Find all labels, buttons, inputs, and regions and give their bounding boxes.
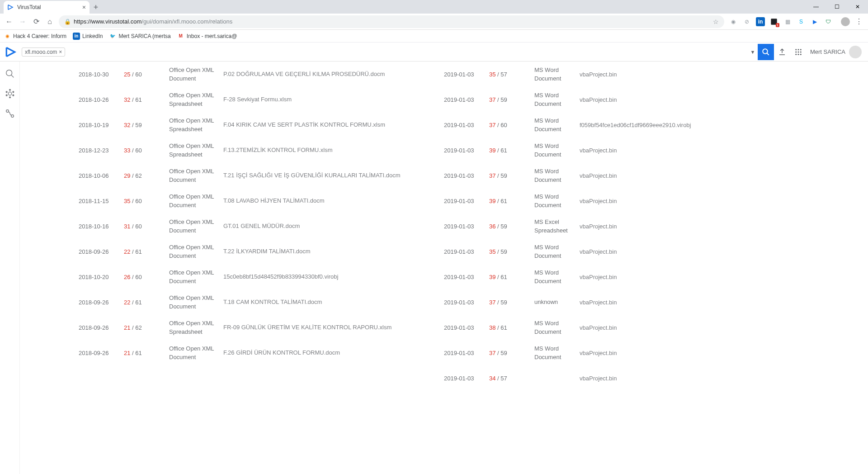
window-maximize-button[interactable]: ☐ bbox=[826, 0, 847, 14]
svg-point-12 bbox=[797, 53, 799, 55]
detections: 37 / 59 bbox=[489, 299, 534, 306]
file-name[interactable]: GT.01 GENEL MÜDÜR.docm bbox=[223, 222, 444, 231]
upload-button[interactable] bbox=[774, 44, 790, 60]
scan-date: 2018-09-26 bbox=[79, 324, 124, 331]
file-name[interactable]: F-28 Sevkiyat Formu.xlsm bbox=[223, 95, 444, 104]
scan-date: 2019-01-03 bbox=[444, 147, 489, 154]
file-type: Office Open XML Document bbox=[169, 218, 223, 235]
file-type: Office Open XML Document bbox=[169, 66, 223, 83]
window-controls: — ☐ ✕ bbox=[806, 0, 868, 14]
profile-avatar[interactable] bbox=[841, 17, 850, 26]
extension-icon[interactable]: ▦ bbox=[783, 17, 792, 26]
bookmark-item[interactable]: ◉ Hack 4 Career: Inform bbox=[4, 33, 66, 40]
file-type: Office Open XML Spreadsheet bbox=[169, 142, 223, 159]
window-minimize-button[interactable]: — bbox=[806, 0, 826, 14]
reload-button[interactable]: ⟳ bbox=[30, 15, 42, 28]
file-name[interactable]: vbaProject.bin bbox=[580, 375, 809, 382]
table-row: 2018-09-2621 / 62Office Open XML Spreads… bbox=[79, 315, 809, 340]
detections: 34 / 57 bbox=[489, 375, 534, 382]
file-name[interactable]: T.18 CAM KONTROL TALİMATI.docm bbox=[223, 298, 444, 307]
file-name[interactable]: vbaProject.bin bbox=[580, 96, 809, 103]
user-name[interactable]: Mert SARICA bbox=[807, 48, 849, 55]
forward-button[interactable]: → bbox=[16, 15, 29, 28]
apps-grid-button[interactable] bbox=[790, 44, 807, 60]
file-name[interactable]: vbaProject.bin bbox=[580, 223, 809, 230]
table-row: 2018-10-1631 / 60Office Open XML Documen… bbox=[79, 213, 809, 239]
file-name[interactable]: vbaProject.bin bbox=[580, 172, 809, 179]
file-name[interactable]: T.21 İŞÇİ SAĞLIĞI VE İŞ GÜVENLİĞİ KURALL… bbox=[223, 171, 444, 180]
file-type: Office Open XML Spreadsheet bbox=[169, 116, 223, 134]
bookmark-label: LinkedIn bbox=[82, 33, 103, 39]
close-tab-icon[interactable]: × bbox=[82, 4, 86, 11]
bookmark-item[interactable]: M Inbox - mert.sarica@ bbox=[177, 33, 237, 40]
file-name[interactable]: F.26 GİRDİ ÜRÜN KONTROL FORMU.docm bbox=[223, 348, 444, 357]
file-name[interactable]: vbaProject.bin bbox=[580, 350, 809, 356]
search-chip-text: xfl.mooo.com bbox=[25, 49, 57, 55]
home-button[interactable]: ⌂ bbox=[43, 15, 56, 28]
extension-icon[interactable]: ▶ bbox=[810, 17, 819, 26]
extension-icon[interactable]: ◉ bbox=[729, 17, 738, 26]
file-name[interactable]: vbaProject.bin bbox=[580, 274, 809, 280]
file-name[interactable]: vbaProject.bin bbox=[580, 299, 809, 306]
scan-date: 2019-01-03 bbox=[444, 324, 489, 331]
sidebar-relations-icon[interactable] bbox=[4, 108, 16, 119]
file-name[interactable]: F.04 KIRIK CAM VE SERT PLASTİK KONTROL F… bbox=[223, 120, 444, 129]
chip-remove-icon[interactable]: × bbox=[59, 49, 62, 55]
file-type: MS Word Document bbox=[534, 243, 580, 261]
sidebar-search-icon[interactable] bbox=[4, 68, 16, 80]
file-name[interactable]: T.22 İLKYARDIM TALİMATI.docm bbox=[223, 247, 444, 256]
new-tab-button[interactable]: + bbox=[90, 1, 102, 14]
back-button[interactable]: ← bbox=[3, 15, 15, 28]
extension-icon[interactable]: 🛡 bbox=[824, 17, 833, 26]
app-header: xfl.mooo.com × ▼ Mert SARICA bbox=[0, 43, 868, 62]
virustotal-logo[interactable] bbox=[5, 46, 17, 58]
virustotal-favicon bbox=[7, 4, 14, 11]
file-name[interactable]: f059bf54fce1ed06cf1df9669eee2910.virobj bbox=[580, 122, 809, 128]
browser-tabbar: VirusTotal × + — ☐ ✕ bbox=[0, 0, 868, 14]
table-row: 2018-09-2622 / 61Office Open XML Documen… bbox=[79, 239, 809, 264]
file-name[interactable]: F.13.2TEMİZLİK KONTROL FORMU.xlsm bbox=[223, 146, 444, 155]
file-type: Office Open XML Document bbox=[169, 344, 223, 362]
scan-date: 2018-09-26 bbox=[79, 350, 124, 356]
user-avatar[interactable] bbox=[849, 46, 862, 58]
extension-icon[interactable]: ⊘ bbox=[742, 17, 751, 26]
window-close-button[interactable]: ✕ bbox=[847, 0, 868, 14]
url-path: /gui/domain/xfl.mooo.com/relations bbox=[142, 18, 232, 25]
svg-point-3 bbox=[763, 49, 768, 54]
file-name[interactable]: vbaProject.bin bbox=[580, 147, 809, 154]
address-bar[interactable]: 🔒 https://www.virustotal.com/gui/domain/… bbox=[59, 15, 724, 28]
bookmark-label: Inbox - mert.sarica@ bbox=[187, 33, 237, 39]
chrome-menu-button[interactable]: ⋮ bbox=[853, 15, 865, 28]
svg-point-7 bbox=[800, 49, 802, 50]
bookmark-item[interactable]: 🐦 Mert SARICA (mertsa bbox=[109, 33, 170, 40]
file-name[interactable]: 15c0eb8bf15d48452f9b833994330bf0.virobj bbox=[223, 272, 444, 281]
search-button[interactable] bbox=[758, 44, 774, 60]
extension-icon[interactable]: 1 bbox=[769, 17, 778, 26]
detections: 39 / 61 bbox=[489, 198, 534, 204]
file-name[interactable]: vbaProject.bin bbox=[580, 324, 809, 331]
file-type: MS Excel Spreadsheet bbox=[534, 218, 580, 235]
svg-point-9 bbox=[797, 51, 799, 52]
file-name[interactable]: T.08 LAVABO HİJYEN TALİMATI.docm bbox=[223, 196, 444, 205]
file-type: unknown bbox=[534, 298, 580, 307]
svg-point-20 bbox=[9, 97, 10, 98]
extension-icon[interactable]: in bbox=[756, 17, 765, 26]
file-name[interactable]: vbaProject.bin bbox=[580, 198, 809, 204]
search-chip[interactable]: xfl.mooo.com × bbox=[22, 47, 65, 57]
search-dropdown-caret[interactable]: ▼ bbox=[748, 49, 758, 55]
bookmark-item[interactable]: in LinkedIn bbox=[73, 33, 103, 40]
bookmark-star-icon[interactable]: ☆ bbox=[713, 18, 719, 25]
extension-icon[interactable]: S bbox=[797, 17, 806, 26]
detections: 33 / 60 bbox=[124, 147, 169, 154]
file-name[interactable]: vbaProject.bin bbox=[580, 248, 809, 255]
file-name[interactable]: vbaProject.bin bbox=[580, 71, 809, 78]
file-name[interactable]: P.02 DOĞRULAMA VE GEÇERLİ KILMA PROSEDÜR… bbox=[223, 70, 444, 79]
file-type: Office Open XML Document bbox=[169, 243, 223, 261]
detections: 37 / 59 bbox=[489, 350, 534, 356]
browser-tab[interactable]: VirusTotal × bbox=[4, 1, 90, 14]
file-type: MS Word Document bbox=[534, 142, 580, 159]
scan-date: 2019-01-03 bbox=[444, 274, 489, 280]
detections: 36 / 59 bbox=[489, 223, 534, 230]
sidebar-graph-icon[interactable] bbox=[4, 88, 16, 100]
file-name[interactable]: FR-09 GÜNLÜK ÜRETİM VE KALİTE KONTROL RA… bbox=[223, 323, 444, 332]
